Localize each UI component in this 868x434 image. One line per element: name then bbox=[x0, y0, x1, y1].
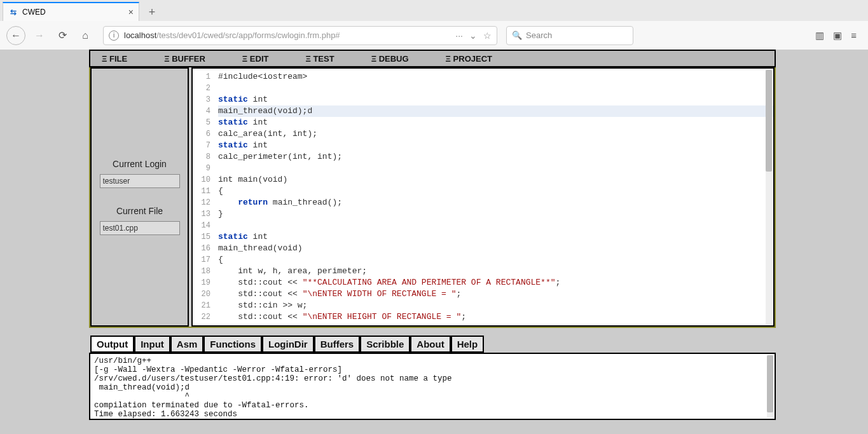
editor-scroll-thumb[interactable] bbox=[766, 70, 772, 172]
tab-logindir[interactable]: LoginDir bbox=[262, 336, 314, 353]
tab-input[interactable]: Input bbox=[134, 336, 170, 353]
side-panel: Current Login Current File bbox=[90, 67, 189, 327]
search-placeholder: Search bbox=[526, 31, 552, 40]
url-host: localhost bbox=[124, 31, 156, 40]
tab-output[interactable]: Output bbox=[90, 336, 134, 353]
editor-scrollbar[interactable] bbox=[766, 70, 772, 324]
page-actions-icon[interactable]: ··· bbox=[455, 31, 463, 41]
tab-title: CWED bbox=[22, 8, 46, 17]
cwed-app: Ξ FILE Ξ BUFFER Ξ EDIT Ξ TEST Ξ DEBUG Ξ … bbox=[89, 50, 776, 420]
page-body: Ξ FILE Ξ BUFFER Ξ EDIT Ξ TEST Ξ DEBUG Ξ … bbox=[0, 50, 868, 434]
browser-chrome: ⇆ CWED × + ← → ⟳ ⌂ i localhost/tests/dev… bbox=[0, 0, 868, 50]
current-file-field[interactable] bbox=[100, 221, 180, 235]
current-login-label: Current Login bbox=[113, 159, 167, 169]
menu-edit[interactable]: Ξ EDIT bbox=[242, 54, 269, 64]
current-login-field[interactable] bbox=[100, 174, 180, 188]
toolbar-right: ▥ ▣ ≡ bbox=[815, 30, 862, 41]
tab-close-button[interactable]: × bbox=[128, 7, 134, 17]
tab-help[interactable]: Help bbox=[451, 336, 485, 353]
bottom-tab-bar: Output Input Asm Functions LoginDir Buff… bbox=[90, 336, 776, 353]
output-scrollbar[interactable] bbox=[767, 355, 773, 417]
output-scroll-thumb[interactable] bbox=[767, 355, 773, 412]
menu-project[interactable]: Ξ PROJECT bbox=[446, 54, 492, 64]
tab-asm[interactable]: Asm bbox=[170, 336, 204, 353]
code-area[interactable]: #include<iostream> static int main_threa… bbox=[214, 69, 773, 325]
reader-icon[interactable]: ▣ bbox=[833, 30, 842, 41]
nav-bar: ← → ⟳ ⌂ i localhost/tests/dev01/cwed/src… bbox=[0, 21, 868, 50]
library-icon[interactable]: ▥ bbox=[815, 30, 824, 41]
workspace: Current Login Current File 1234567891011… bbox=[89, 67, 776, 328]
menu-icon[interactable]: ≡ bbox=[851, 30, 857, 41]
menu-test[interactable]: Ξ TEST bbox=[305, 54, 334, 64]
tab-scribble[interactable]: Scribble bbox=[360, 336, 410, 353]
back-button[interactable]: ← bbox=[6, 26, 25, 45]
menu-debug[interactable]: Ξ DEBUG bbox=[371, 54, 409, 64]
info-icon[interactable]: i bbox=[109, 31, 119, 41]
code-editor[interactable]: 12345678910111213141516171819202122 #inc… bbox=[191, 67, 775, 327]
app-menu-bar: Ξ FILE Ξ BUFFER Ξ EDIT Ξ TEST Ξ DEBUG Ξ … bbox=[89, 50, 776, 67]
tab-about[interactable]: About bbox=[410, 336, 450, 353]
output-panel[interactable]: /usr/bin/g++ [-g -Wall -Wextra -Wpedanti… bbox=[89, 353, 776, 420]
search-icon: 🔍 bbox=[512, 31, 522, 40]
browser-tab[interactable]: ⇆ CWED × bbox=[3, 2, 139, 21]
current-file-label: Current File bbox=[116, 206, 163, 216]
forward-button[interactable]: → bbox=[31, 27, 48, 44]
home-button[interactable]: ⌂ bbox=[76, 27, 94, 44]
bookmark-star-icon[interactable]: ☆ bbox=[483, 31, 492, 41]
favicon-icon: ⇆ bbox=[8, 7, 18, 17]
line-gutter: 12345678910111213141516171819202122 bbox=[193, 69, 214, 325]
pocket-icon[interactable]: ⌄ bbox=[469, 31, 477, 41]
tab-buffers[interactable]: Buffers bbox=[314, 336, 361, 353]
tab-strip: ⇆ CWED × + bbox=[0, 0, 868, 21]
new-tab-button[interactable]: + bbox=[142, 3, 162, 21]
tab-functions[interactable]: Functions bbox=[203, 336, 262, 353]
url-bar[interactable]: i localhost/tests/dev01/cwed/src/app/for… bbox=[103, 26, 497, 45]
menu-file[interactable]: Ξ FILE bbox=[102, 54, 127, 64]
url-path: /tests/dev01/cwed/src/app/forms/cwlogin.… bbox=[156, 31, 340, 40]
search-box[interactable]: 🔍 Search bbox=[506, 26, 633, 45]
reload-button[interactable]: ⟳ bbox=[53, 27, 71, 44]
menu-buffer[interactable]: Ξ BUFFER bbox=[164, 54, 205, 64]
